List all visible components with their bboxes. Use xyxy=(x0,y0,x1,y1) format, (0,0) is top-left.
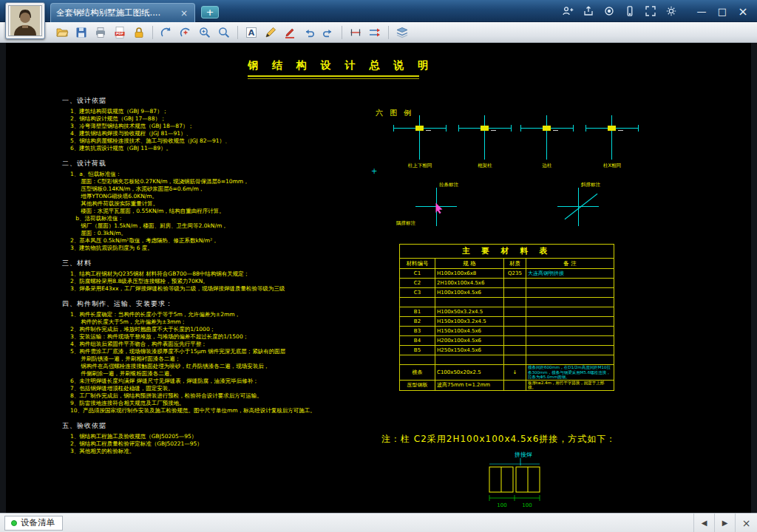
material-table: 主 要 材 料 表 材料编号 规 格 材质 备 注 C1 H100x100x6x… xyxy=(399,244,614,391)
redo-button[interactable] xyxy=(319,24,337,41)
undo-button[interactable] xyxy=(300,24,318,41)
pencil-button[interactable] xyxy=(262,24,279,41)
spec-line: 6、建筑抗震设计规范（GBJ 11—89）。 xyxy=(62,145,384,152)
brace-symbol: 斜撑标注 xyxy=(538,182,619,231)
maximize-button[interactable]: □ xyxy=(713,3,732,19)
legend-symbols-bottom: 拉条标注 隅撑标注 斜撑标注 xyxy=(396,182,640,231)
mobile-sync-icon[interactable] xyxy=(622,4,637,18)
table-row: B1 H100x50x3.2x4.5 xyxy=(400,307,614,317)
svg-text:100: 100 xyxy=(522,502,532,508)
table-row: C3 H100x100x4.5x6 xyxy=(400,288,614,298)
close-panel-button[interactable]: × xyxy=(735,514,757,532)
measure-length-button[interactable] xyxy=(347,24,364,41)
text-annotate-button[interactable]: A xyxy=(242,24,260,41)
section-heading: 二、设计荷载 xyxy=(62,159,384,168)
spec-line: 构件的长度大于5m，允许偏差为±3mm； xyxy=(62,318,384,326)
add-contact-icon[interactable] xyxy=(560,4,575,18)
column-symbol: 柱X相同 xyxy=(583,115,642,173)
splice-note: 注：柱 C2采用2H100x100x4.5x6拼接，方式如下： xyxy=(381,433,616,446)
rotate-zoom-button[interactable] xyxy=(177,24,194,41)
spec-line: 3、建筑物抗震设防烈度为 6 度。 xyxy=(62,245,384,252)
crosshair-mark: + xyxy=(371,167,377,175)
symbol-label: 柱上下相同 xyxy=(387,163,452,169)
lock-button[interactable] xyxy=(130,24,148,41)
spec-line: 3、其他相关的检验标准。 xyxy=(62,448,384,455)
spec-line: 4、构件组装后紧固件平齐吻合，构件表面应先行平整； xyxy=(62,341,384,348)
spec-section: 一、设计依据 1、建筑结构荷载规范（GBJ 9—87）； 2、钢结构设计规范（G… xyxy=(62,96,384,152)
splice-weld-label: 拼接焊 xyxy=(514,451,532,458)
table-title: 主 要 材 料 表 xyxy=(400,245,614,259)
spec-line: 9、防雷接地连接符合相关规范及工厂预接地。 xyxy=(62,400,384,407)
prev-page-button[interactable]: ◀ xyxy=(693,514,714,532)
avatar-image xyxy=(8,5,42,36)
spec-line: 楼面：水泥平瓦屋面，0.55KN/m，结构自重由程序计算。 xyxy=(62,208,384,215)
symbol-label: 柱X相同 xyxy=(580,163,645,169)
column-symbol: 边柱 xyxy=(517,115,577,173)
spec-line: 钢厂（屋面）1.5kN/m，楼面、厨房、卫生间等2.0kN/m， xyxy=(62,222,384,230)
table-row: B5 H250x150x4.5x6 xyxy=(400,346,614,355)
table-row: B3 H150x100x4.5x6 xyxy=(400,327,614,336)
spec-line: 4、建筑钢结构焊接与验收规程（JGJ 81—91）、 xyxy=(62,130,384,137)
spec-line: 3、焊条采用E43xx，工厂焊接焊缝检验等级为二级，现场焊接焊缝质量检验等级为三… xyxy=(62,285,384,293)
canvas-frame: 钢 结 构 设 计 总 说 明 一、设计依据 1、建筑结构荷载规范（GBJ 9—… xyxy=(0,43,757,513)
measure-continuous-button[interactable] xyxy=(366,24,384,41)
drawing-canvas[interactable]: 钢 结 构 设 计 总 说 明 一、设计依据 1、建筑结构荷载规范（GBJ 9—… xyxy=(6,43,751,513)
mouse-cursor xyxy=(435,202,444,217)
minimize-button[interactable]: — xyxy=(692,3,711,19)
zoom-search-button[interactable] xyxy=(215,24,233,41)
symbol-label: 拉条标注 xyxy=(439,182,458,188)
table-row: B2 H150x100x3.2x4.5 xyxy=(400,317,614,327)
spec-line: 1、钢结构工程施工及验收规范（GBJ50205—95） xyxy=(62,433,384,440)
table-row: 檩条 C100x50x20x2.5 ↓ 檩条间距600mm，在D1/2m高度间距… xyxy=(400,365,614,381)
statusbar: 设备清单 ◀ ▶ × xyxy=(0,513,757,532)
close-button[interactable]: × xyxy=(733,3,753,19)
spec-section: 五、验收依据 1、钢结构工程施工及验收规范（GBJ50205—95） 2、钢结构… xyxy=(62,421,384,455)
share-icon[interactable] xyxy=(581,4,596,18)
zoom-in-button[interactable] xyxy=(196,24,214,41)
table-row xyxy=(400,298,614,307)
svg-text:100: 100 xyxy=(497,502,506,508)
title-underline xyxy=(248,75,419,77)
next-page-button[interactable]: ▶ xyxy=(714,514,735,532)
device-list-label: 设备清单 xyxy=(21,517,55,528)
spec-section: 三、材料 1、结构工程钢材为Q235钢材 材料符合GB700—88中结构钢有关规… xyxy=(62,259,384,293)
spec-line: 3、冷弯薄壁型钢结构技术规范（GBJ 18—87）； xyxy=(62,123,384,130)
rotate-view-button[interactable] xyxy=(157,24,175,41)
layers-button[interactable] xyxy=(393,24,411,41)
spec-line: 5、钢结构房屋螺栓连接技术、施工与验收规范（JGJ 82—91）、 xyxy=(62,137,384,145)
save-button[interactable] xyxy=(72,24,90,41)
tab-close-icon[interactable]: × xyxy=(179,8,189,18)
svg-text:PDF: PDF xyxy=(116,32,123,35)
spec-line: 3、安装运输：构件现场平整堆放，与堆场的偏差不超过长度的1/1500； xyxy=(62,333,384,341)
device-list-button[interactable]: 设备清单 xyxy=(4,516,63,531)
user-avatar[interactable] xyxy=(5,2,45,39)
marker-button[interactable] xyxy=(281,24,299,41)
app-window: 全套钢结构别墅施工图纸.... × + xyxy=(0,0,757,532)
spec-line: 2、钢结构设计规范（GBJ 17—88）； xyxy=(62,115,384,123)
spec-line: 1、构件长度确定：当构件的长度小于等于5m，允许偏差为±2mm， xyxy=(62,311,384,318)
spec-line: 压型钢板0.14KN/m，水泥砂浆面层δ=0.6m/m， xyxy=(62,185,384,193)
document-tab[interactable]: 全套钢结构别墅施工图纸.... × xyxy=(50,3,195,22)
symbol-label: 框架柱 xyxy=(452,163,517,169)
table-row: 压型钢板 波高75mm t=1.2mm 板厚t≤2.4m，用竹干字搭接，固定于上… xyxy=(400,380,614,390)
browse-online-icon[interactable] xyxy=(602,4,617,18)
settings-gear-icon[interactable] xyxy=(664,4,679,18)
spec-line: 屋面：C型彩钢夹芯板轻0.27KN/m，现浇钢筋骨保温层δ=10mm， xyxy=(62,178,384,185)
toolbar: PDF A xyxy=(0,22,757,43)
table-row: C2 2H100x100x4.5x6 xyxy=(400,279,614,288)
symbol-label-2: 隅撑标注 xyxy=(396,220,415,227)
fullscreen-icon[interactable] xyxy=(643,4,658,18)
spec-line: 增厚YTONG砌块墙6.0KN/m。 xyxy=(62,193,384,200)
spec-line: 其他构件荷载按实际重量计算。 xyxy=(62,200,384,208)
spec-line: 10、产品须按国家现行制作安装及施工检验规范。图中尺寸单位mm，标高经设计复核后… xyxy=(62,407,384,415)
section-heading: 四、构件制作、运输、安装要求： xyxy=(62,299,384,309)
splice-detail-drawing: 拼接焊 100 100 xyxy=(472,449,584,513)
status-dot xyxy=(11,520,17,526)
table-row: C1 H100x100x6x8 Q235 大连高钢明拼接 xyxy=(400,269,614,279)
spec-line: 并刷防锈漆一遍，并刷相衬面漆各二遍； xyxy=(62,355,384,363)
new-tab-button[interactable]: + xyxy=(201,6,219,18)
pdf-export-button[interactable]: PDF xyxy=(111,24,129,41)
open-file-button[interactable] xyxy=(53,24,71,41)
titlebar: 全套钢结构别墅施工图纸.... × + xyxy=(0,0,757,22)
print-button[interactable] xyxy=(92,24,109,41)
